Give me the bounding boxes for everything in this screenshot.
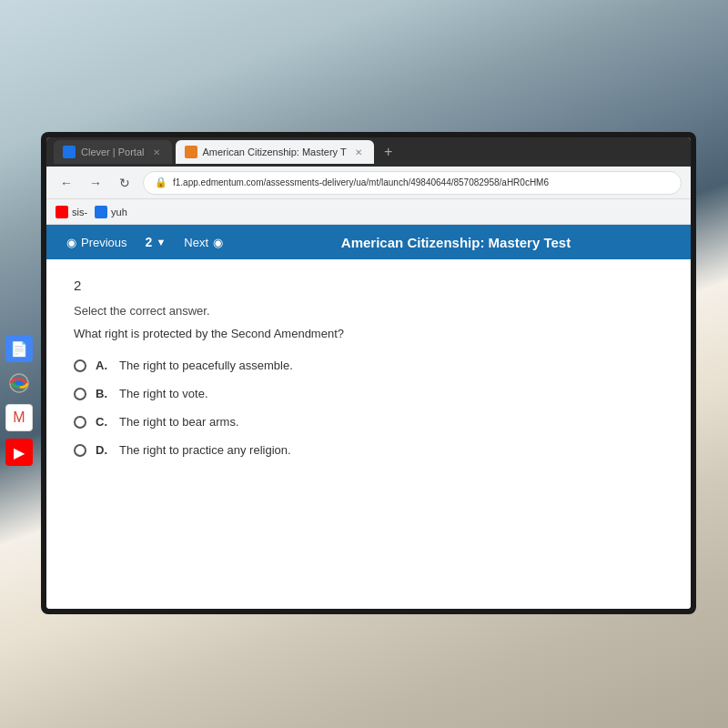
address-text: f1.app.edmentum.com/assessments-delivery… bbox=[173, 177, 549, 187]
clever-tab-icon bbox=[63, 146, 76, 158]
app-title: American Citizenship: Mastery Test bbox=[232, 235, 680, 250]
edmentum-tab-label: American Citizenship: Mastery T bbox=[203, 147, 347, 157]
youtube-icon[interactable]: ▶ bbox=[5, 439, 33, 466]
clever-tab-label: Clever | Portal bbox=[81, 147, 145, 157]
edmentum-tab-close[interactable]: ✕ bbox=[352, 146, 365, 158]
answer-option-d[interactable]: D. The right to practice any religion. bbox=[74, 441, 663, 459]
radio-b[interactable] bbox=[74, 388, 86, 400]
question-number: 2 bbox=[74, 278, 663, 293]
browser-addressbar: ← → ↻ 🔒 f1.app.edmentum.com/assessments-… bbox=[46, 167, 691, 199]
sis-bookmark-label: sis- bbox=[72, 207, 87, 217]
page-content: 2 Select the correct answer. What right … bbox=[46, 259, 691, 609]
radio-a[interactable] bbox=[74, 359, 86, 372]
chrome-icon[interactable] bbox=[5, 369, 33, 397]
answer-option-c[interactable]: C. The right to bear arms. bbox=[74, 413, 663, 430]
forward-button[interactable]: → bbox=[85, 172, 106, 194]
yuh-bookmark-icon bbox=[95, 206, 107, 218]
tab-clever[interactable]: Clever | Portal ✕ bbox=[54, 140, 172, 164]
option-label-a: A. bbox=[96, 359, 110, 372]
lock-icon: 🔒 bbox=[155, 177, 167, 188]
question-text: What right is protected by the Second Am… bbox=[74, 327, 663, 340]
option-text-d: The right to practice any religion. bbox=[119, 443, 291, 457]
edmentum-tab-icon bbox=[185, 146, 197, 158]
previous-label: Previous bbox=[81, 236, 127, 249]
app-toolbar: ◉ Previous 2 ▼ Next ◉ American Citizensh… bbox=[46, 225, 691, 259]
tab-edmentum[interactable]: American Citizenship: Mastery T ✕ bbox=[176, 140, 374, 164]
option-label-b: B. bbox=[96, 387, 110, 400]
address-bar[interactable]: 🔒 f1.app.edmentum.com/assessments-delive… bbox=[143, 171, 682, 195]
question-navigator: 2 ▼ bbox=[136, 231, 176, 253]
laptop-bezel: Clever | Portal ✕ American Citizenship: … bbox=[41, 132, 696, 614]
radio-d[interactable] bbox=[74, 444, 86, 457]
browser-screen: Clever | Portal ✕ American Citizenship: … bbox=[46, 137, 691, 609]
question-instruction: Select the correct answer. bbox=[74, 304, 663, 318]
question-number-display: 2 bbox=[146, 235, 153, 249]
sis-bookmark-icon bbox=[56, 206, 68, 218]
previous-icon: ◉ bbox=[66, 236, 76, 249]
option-text-c: The right to bear arms. bbox=[119, 415, 239, 429]
left-sidebar: 📄 M ▶ bbox=[0, 328, 38, 473]
bookmark-yuh[interactable]: yuh bbox=[95, 206, 127, 218]
next-icon: ◉ bbox=[213, 236, 223, 249]
refresh-button[interactable]: ↻ bbox=[114, 172, 136, 194]
radio-c[interactable] bbox=[74, 416, 86, 429]
option-text-a: The right to peacefully assemble. bbox=[119, 359, 293, 372]
answer-option-b[interactable]: B. The right to vote. bbox=[74, 385, 663, 402]
option-label-c: C. bbox=[96, 415, 110, 429]
yuh-bookmark-label: yuh bbox=[111, 207, 127, 217]
bookmark-sis[interactable]: sis- bbox=[56, 206, 87, 218]
next-button[interactable]: Next ◉ bbox=[175, 232, 232, 253]
browser-titlebar: Clever | Portal ✕ American Citizenship: … bbox=[46, 137, 691, 167]
question-dropdown-icon[interactable]: ▼ bbox=[156, 237, 166, 248]
previous-button[interactable]: ◉ Previous bbox=[57, 232, 136, 253]
new-tab-button[interactable]: + bbox=[378, 141, 399, 163]
docs-icon[interactable]: 📄 bbox=[5, 335, 33, 362]
option-text-b: The right to vote. bbox=[119, 387, 208, 400]
option-label-d: D. bbox=[96, 443, 110, 457]
bookmarks-bar: sis- yuh bbox=[46, 199, 691, 225]
answer-option-a[interactable]: A. The right to peacefully assemble. bbox=[74, 357, 663, 374]
next-label: Next bbox=[184, 236, 208, 249]
clever-tab-close[interactable]: ✕ bbox=[150, 146, 163, 158]
back-button[interactable]: ← bbox=[56, 172, 77, 194]
gmail-icon[interactable]: M bbox=[5, 404, 33, 431]
